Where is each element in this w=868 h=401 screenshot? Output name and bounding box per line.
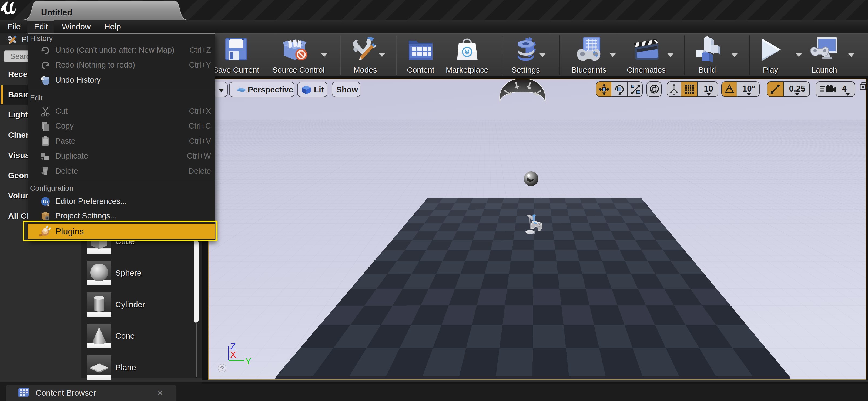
svg-text:X: X <box>230 349 237 360</box>
svg-text:Ui: Ui <box>43 199 48 204</box>
svg-text:?: ? <box>220 365 224 372</box>
svg-text:Y: Y <box>245 356 251 366</box>
